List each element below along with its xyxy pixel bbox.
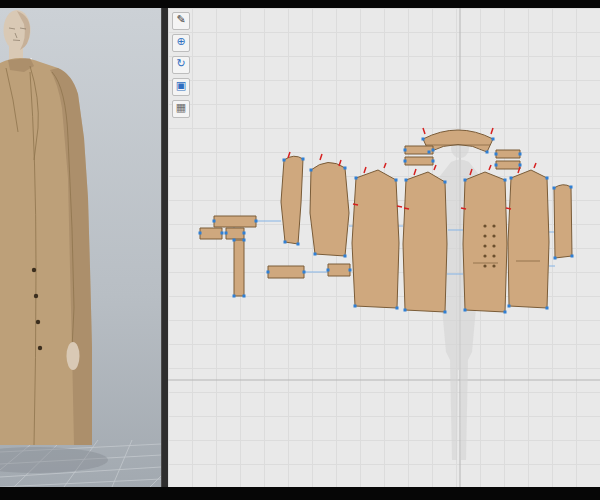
control-point[interactable]: [310, 169, 313, 172]
pattern-belt-tab-1[interactable]: [200, 228, 222, 239]
pattern-collar-band-left-2[interactable]: [405, 157, 433, 165]
control-point[interactable]: [349, 269, 352, 272]
control-point[interactable]: [314, 253, 317, 256]
control-point[interactable]: [199, 232, 202, 235]
notch-mark: [404, 208, 409, 209]
control-point[interactable]: [302, 158, 305, 161]
control-point[interactable]: [297, 243, 300, 246]
notch-mark: [320, 154, 322, 160]
control-point[interactable]: [405, 179, 408, 182]
coat-3d: [0, 58, 92, 445]
2d-pattern-panel[interactable]: ✎⊕↻▣▦: [168, 8, 600, 487]
reset-view-tool-icon[interactable]: ↻: [172, 56, 190, 74]
control-point[interactable]: [233, 239, 236, 242]
control-point[interactable]: [519, 153, 522, 156]
control-point[interactable]: [225, 232, 228, 235]
control-point[interactable]: [303, 271, 306, 274]
notch-mark: [491, 128, 493, 134]
pattern-pocket-flap[interactable]: [328, 264, 350, 276]
edit-pattern-tool-icon[interactable]: ✎: [172, 12, 190, 30]
control-point[interactable]: [243, 232, 246, 235]
pattern-side-panel-right[interactable]: [508, 170, 549, 308]
control-point[interactable]: [404, 149, 407, 152]
notch-mark: [414, 169, 416, 175]
control-point[interactable]: [519, 164, 522, 167]
pattern-pocket-welt[interactable]: [268, 266, 304, 278]
notch-mark: [353, 204, 358, 205]
control-point[interactable]: [546, 307, 549, 310]
pattern-toolbar: ✎⊕↻▣▦: [172, 12, 190, 118]
mannequin: [4, 10, 31, 60]
pattern-facing-right[interactable]: [554, 185, 572, 258]
pattern-undersleeve[interactable]: [281, 156, 303, 244]
coat-button: [38, 346, 42, 350]
control-point[interactable]: [354, 305, 357, 308]
control-point[interactable]: [554, 257, 557, 260]
window-bottom-bar: [0, 487, 600, 500]
control-point[interactable]: [495, 164, 498, 167]
control-point[interactable]: [243, 239, 246, 242]
control-point[interactable]: [355, 177, 358, 180]
control-point[interactable]: [570, 186, 573, 189]
control-point[interactable]: [213, 220, 216, 223]
pattern-belt[interactable]: [214, 216, 256, 227]
control-point[interactable]: [395, 179, 398, 182]
notch-mark: [434, 165, 436, 170]
control-point[interactable]: [432, 149, 435, 152]
control-point[interactable]: [504, 179, 507, 182]
zoom-tool-icon[interactable]: ⊕: [172, 34, 190, 52]
button-mark: [483, 224, 486, 227]
coat-button: [34, 294, 38, 298]
button-mark: [483, 264, 486, 267]
show-3d-window-tool-icon[interactable]: ▣: [172, 78, 190, 96]
pattern-sleeve[interactable]: [310, 162, 349, 256]
control-point[interactable]: [492, 138, 495, 141]
control-point[interactable]: [284, 241, 287, 244]
notch-mark: [461, 208, 466, 209]
control-point[interactable]: [464, 309, 467, 312]
pattern-front-panel-right[interactable]: [463, 172, 507, 312]
control-point[interactable]: [504, 311, 507, 314]
control-point[interactable]: [327, 269, 330, 272]
control-point[interactable]: [344, 255, 347, 258]
control-point[interactable]: [221, 232, 224, 235]
button-mark: [483, 244, 486, 247]
control-point[interactable]: [464, 179, 467, 182]
notch-mark: [397, 206, 402, 207]
pattern-side-panel-left[interactable]: [403, 172, 447, 312]
control-point[interactable]: [495, 153, 498, 156]
control-point[interactable]: [444, 181, 447, 184]
pattern-belt-tab-2[interactable]: [226, 228, 244, 239]
pattern-hanger-strip[interactable]: [234, 240, 244, 296]
control-point[interactable]: [428, 151, 431, 154]
notch-mark: [506, 208, 511, 209]
pattern-collar-band-right-1[interactable]: [496, 150, 520, 158]
control-point[interactable]: [546, 177, 549, 180]
control-point[interactable]: [404, 309, 407, 312]
notch-mark: [489, 165, 491, 170]
control-point[interactable]: [344, 167, 347, 170]
button-mark: [483, 234, 486, 237]
control-point[interactable]: [486, 151, 489, 154]
control-point[interactable]: [283, 159, 286, 162]
grid-snap-tool-icon[interactable]: ▦: [172, 100, 190, 118]
pattern-collar-band-right-2[interactable]: [496, 161, 520, 169]
control-point[interactable]: [243, 295, 246, 298]
pattern-back-panel-left[interactable]: [352, 170, 399, 308]
control-point[interactable]: [255, 220, 258, 223]
control-point[interactable]: [267, 271, 270, 274]
control-point[interactable]: [422, 138, 425, 141]
window-top-bar: [0, 0, 600, 8]
coat-button: [36, 320, 40, 324]
control-point[interactable]: [508, 305, 511, 308]
3d-garment-viewport[interactable]: [0, 8, 161, 487]
control-point[interactable]: [510, 177, 513, 180]
control-point[interactable]: [432, 160, 435, 163]
control-point[interactable]: [396, 307, 399, 310]
control-point[interactable]: [553, 187, 556, 190]
pattern-canvas[interactable]: [168, 8, 600, 487]
control-point[interactable]: [233, 295, 236, 298]
control-point[interactable]: [571, 255, 574, 258]
control-point[interactable]: [404, 160, 407, 163]
control-point[interactable]: [444, 311, 447, 314]
